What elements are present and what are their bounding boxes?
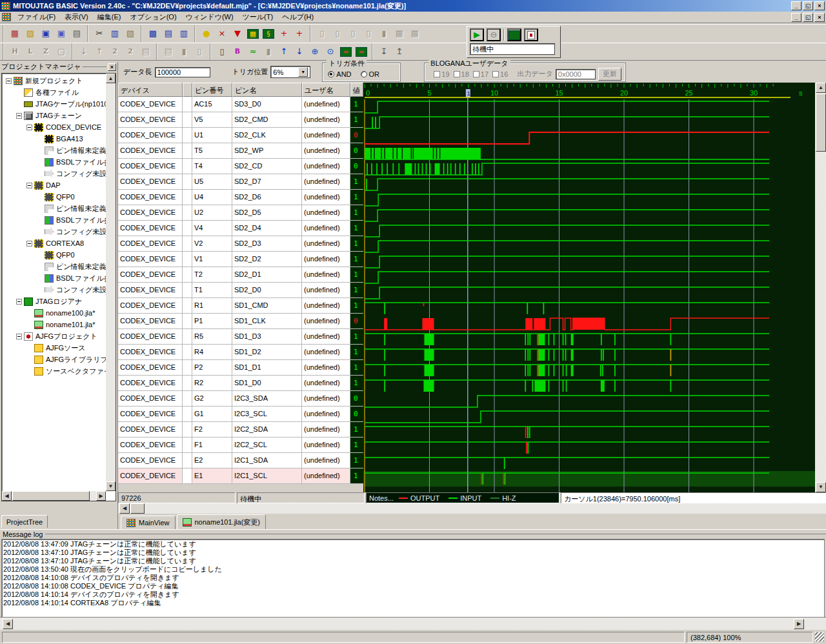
tree-expand-icon[interactable] — [26, 183, 32, 188]
plug-write-button[interactable]: ↧ — [376, 44, 392, 59]
tree-horizontal-scrollbar[interactable]: ◀ ▶ — [2, 491, 106, 501]
paste-button[interactable]: ▧ — [123, 26, 138, 41]
waveform-horizontal-scrollbar[interactable]: ◀ — [118, 503, 826, 514]
cut-button[interactable]: ✂ — [92, 26, 107, 41]
reset-button[interactable]: ▼ — [230, 26, 245, 41]
new-waveform-button[interactable]: ▯ — [214, 44, 230, 59]
open-file-button[interactable]: ▨ — [23, 26, 38, 41]
table-row-SD1_D1[interactable]: CODEX_DEVICEP2SD1_D1(undefined)1 — [118, 360, 363, 376]
scroll-left-arrow-icon[interactable]: ◀ — [119, 503, 130, 514]
view-tab-MainView[interactable]: MainView — [121, 516, 176, 529]
jtag-detect-button[interactable]: ● — [199, 26, 214, 41]
add-chip-button[interactable]: + — [292, 26, 307, 41]
scrollbar-thumb[interactable] — [816, 94, 826, 152]
menu-item-0[interactable]: ファイル(F) — [13, 12, 60, 23]
tree-expand-icon[interactable] — [16, 334, 22, 339]
and-radio[interactable] — [328, 71, 334, 77]
scroll-down-button[interactable]: ↓ — [292, 44, 307, 59]
or-radio[interactable] — [361, 71, 367, 77]
table-row-I2C3_SDA[interactable]: CODEX_DEVICEG2I2C3_SDA(undefined)0 — [118, 391, 363, 407]
tree-item-CORTEXA8[interactable]: CORTEXA8 — [3, 237, 106, 249]
tree-item-新規プロジェクト[interactable]: 新規プロジェクト — [3, 75, 106, 86]
panel-close-icon[interactable]: × — [108, 63, 116, 71]
bran-button[interactable]: B — [230, 44, 245, 59]
table-row-SD2_CMD[interactable]: CODEX_DEVICEV5SD2_CMD(undefined)1 — [118, 112, 363, 128]
scroll-down-arrow-icon[interactable]: ▼ — [816, 482, 826, 492]
tree-expand-icon[interactable] — [6, 78, 12, 84]
jtag-disconnect-button[interactable]: × — [214, 26, 230, 41]
tree-item-AJFGプロジェクト[interactable]: AJFGプロジェクト — [3, 330, 106, 342]
menu-item-2[interactable]: 編集(E) — [93, 12, 126, 23]
tree-item-コンフィグ未設定[interactable]: コンフィグ未設定 — [3, 284, 106, 296]
project-tree-tab[interactable]: ProjectTree — [1, 515, 48, 528]
tree-item-AJFGソース[interactable]: AJFGソース — [3, 342, 106, 354]
output-data-input[interactable] — [556, 69, 596, 79]
tree-item-BSDLファイル参[interactable]: BSDLファイル参 — [3, 156, 106, 168]
table-row-I2C3_SCL[interactable]: CODEX_DEVICEG1I2C3_SCL(undefined)0 — [118, 407, 363, 422]
zoom-out-button[interactable]: ⊙ — [323, 44, 338, 59]
zoom-in-button[interactable]: ⊕ — [307, 44, 323, 59]
table-row-SD1_D0[interactable]: CODEX_DEVICER2SD1_D0(undefined)1 — [118, 376, 363, 391]
tree-item-QFP0[interactable]: QFP0 — [3, 191, 106, 203]
trigger-position-select[interactable]: 6% ▼ — [270, 66, 310, 78]
menu-item-5[interactable]: ツール(T) — [238, 12, 278, 23]
tree-item-ピン情報未定義[interactable]: ピン情報未定義 — [3, 203, 106, 214]
boundary-scan-view-button[interactable]: ▦ — [245, 26, 261, 41]
cascade-windows-button[interactable]: ▩ — [145, 26, 161, 41]
tree-item-ソースベクタファイル[interactable]: ソースベクタファイル — [3, 365, 106, 377]
column-header-ピン番号[interactable]: ピン番号 — [192, 83, 232, 97]
column-header-ピン名[interactable]: ピン名 — [232, 83, 302, 97]
table-row-I2C1_SDA[interactable]: CODEX_DEVICEE2I2C1_SDA(undefined)1 — [118, 453, 363, 468]
tree-item-JTAGチェーン[interactable]: JTAGチェーン — [3, 110, 106, 121]
tree-item-コンフィグ未設定[interactable]: コンフィグ未設定 — [3, 168, 106, 179]
tile-vertical-button[interactable]: ▥ — [176, 26, 192, 41]
message-log-list[interactable]: 2012/08/08 13:47:09 JTAGチェーンは正常に機能しています2… — [1, 539, 825, 617]
table-row-SD2_D6[interactable]: CODEX_DEVICEU4SD2_D6(undefined)1 — [118, 190, 363, 205]
table-row-SD2_D2[interactable]: CODEX_DEVICEV1SD2_D2(undefined)1 — [118, 252, 363, 267]
column-header-ユーザ名[interactable]: ユーザ名 — [302, 83, 350, 97]
plug-read-button[interactable]: ↥ — [392, 44, 407, 59]
table-row-SD2_D4[interactable]: CODEX_DEVICEV4SD2_D4(undefined)1 — [118, 221, 363, 236]
tree-item-AJFGライブラリファイ[interactable]: AJFGライブラリファイ — [3, 354, 106, 365]
scroll-down-arrow-icon[interactable]: ▼ — [106, 481, 116, 491]
logana-red-button[interactable] — [524, 28, 538, 41]
tree-item-noname101.jla*[interactable]: noname101.jla* — [3, 319, 106, 330]
waveform-panel[interactable]: 1051015202530s — [363, 83, 815, 492]
tree-item-BSDLファイル参[interactable]: BSDLファイル参 — [3, 272, 106, 284]
tree-vertical-scrollbar[interactable]: ▲ ▼ — [106, 74, 116, 491]
table-row-SD2_D5[interactable]: CODEX_DEVICEU2SD2_D5(undefined)1 — [118, 205, 363, 221]
data-length-input[interactable] — [155, 67, 210, 77]
menu-item-1[interactable]: 表示(V) — [60, 12, 93, 23]
table-row-SD2_CD[interactable]: CODEX_DEVICET4SD2_CD(undefined)0 — [118, 159, 363, 174]
log-horizontal-scrollbar[interactable]: ◀ ▶ — [0, 617, 826, 630]
tile-horizontal-button[interactable]: ▤ — [161, 26, 176, 41]
stop-button[interactable]: ⊖ — [487, 28, 501, 41]
save-copy-button[interactable]: ▣ — [54, 26, 69, 41]
print-button[interactable]: ▤ — [69, 26, 85, 41]
add-device-button[interactable]: + — [276, 26, 292, 41]
wb-minimize-button[interactable]: _ — [791, 1, 801, 10]
table-row-SD2_CLK[interactable]: CODEX_DEVICEU1SD2_CLK(undefined)0 — [118, 128, 363, 143]
mdiwb-close-button[interactable]: × — [814, 13, 825, 22]
menu-item-4[interactable]: ウィンドウ(W) — [181, 12, 238, 23]
tree-item-JTAGロジアナ[interactable]: JTAGロジアナ — [3, 296, 106, 307]
tree-expand-icon[interactable] — [16, 299, 22, 305]
scroll-right-arrow-icon[interactable]: ▶ — [96, 491, 106, 501]
table-row-SD2_D7[interactable]: CODEX_DEVICEU5SD2_D7(undefined)1 — [118, 174, 363, 190]
table-row-SD1_D3[interactable]: CODEX_DEVICER5SD1_D3(undefined)1 — [118, 329, 363, 345]
tree-item-ピン情報未定義[interactable]: ピン情報未定義 — [3, 145, 106, 156]
waveform-vertical-scrollbar[interactable]: ▲ ▼ — [815, 83, 826, 492]
table-row-SD2_D0[interactable]: CODEX_DEVICET1SD2_D0(undefined)1 — [118, 283, 363, 298]
tree-item-DAP[interactable]: DAP — [3, 179, 106, 191]
resize-grip[interactable] — [815, 632, 824, 641]
tree-item-BGA413[interactable]: BGA413 — [3, 133, 106, 145]
table-row-SD1_CLK[interactable]: CODEX_DEVICEP1SD1_CLK(undefined)0 — [118, 314, 363, 329]
wb-restore-button[interactable]: ◱ — [803, 1, 813, 10]
scroll-left-arrow-icon[interactable]: ◀ — [3, 619, 13, 629]
table-row-SD1_D2[interactable]: CODEX_DEVICER4SD1_D2(undefined)1 — [118, 345, 363, 360]
scroll-up-arrow-icon[interactable]: ▲ — [816, 83, 826, 93]
blogana-bit-18-checkbox[interactable] — [454, 71, 460, 77]
boundary-scan-edit-button[interactable]: § — [261, 26, 276, 41]
menu-item-3[interactable]: オプション(O) — [125, 12, 181, 23]
update-button[interactable]: 更新 — [598, 68, 621, 81]
